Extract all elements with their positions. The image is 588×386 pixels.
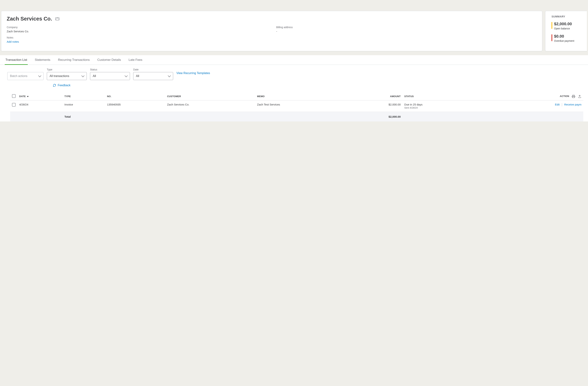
cell-memo: Zach Test Services bbox=[255, 100, 348, 112]
cell-amount: $2,000.00 bbox=[348, 100, 402, 112]
tab-transaction-list[interactable]: Transaction List bbox=[5, 55, 28, 65]
cell-date: 4/28/24 bbox=[18, 100, 63, 112]
tab-statements[interactable]: Statements bbox=[34, 55, 51, 65]
col-memo[interactable]: MEMO bbox=[255, 92, 348, 100]
open-balance-bar bbox=[551, 22, 552, 29]
chevron-down-icon bbox=[168, 74, 171, 77]
batch-actions-label: Batch actions bbox=[10, 74, 27, 78]
tab-customer-details[interactable]: Customer Details bbox=[97, 55, 122, 65]
row-checkbox[interactable] bbox=[12, 103, 16, 107]
company-label: Company bbox=[7, 26, 267, 29]
total-row: Total $2,000.00 bbox=[10, 112, 583, 122]
tabs: Transaction List Statements Recurring Tr… bbox=[0, 55, 588, 65]
mail-icon[interactable] bbox=[55, 18, 59, 20]
select-all-checkbox[interactable] bbox=[12, 94, 16, 98]
status-filter-select[interactable]: All bbox=[90, 72, 130, 80]
billing-label: Billing address bbox=[276, 26, 537, 29]
overdue-label: Overdue payment bbox=[554, 39, 583, 42]
table-row[interactable]: 4/28/24 Invoice 135940935 Zach Services … bbox=[10, 100, 583, 112]
col-no[interactable]: NO. bbox=[105, 92, 165, 100]
receive-payment-link[interactable]: Receive paym bbox=[564, 103, 582, 106]
total-amount: $2,000.00 bbox=[348, 112, 402, 122]
customer-card: Zach Services Co. Company Zach Services … bbox=[1, 11, 542, 51]
tab-recurring[interactable]: Recurring Transactions bbox=[57, 55, 90, 65]
overdue-item: $0.00 Overdue payment bbox=[551, 34, 583, 42]
export-icon[interactable] bbox=[578, 95, 582, 98]
cell-action: Edit Receive paym bbox=[478, 100, 583, 112]
notes-label: Notes bbox=[7, 36, 267, 39]
summary-card: SUMMARY $2,000.00 Open balance $0.00 Ove… bbox=[545, 11, 587, 51]
status-filter-value: All bbox=[93, 74, 96, 78]
print-icon[interactable] bbox=[572, 95, 575, 98]
type-filter-select[interactable]: All transactions bbox=[47, 72, 87, 80]
add-notes-link[interactable]: Add notes bbox=[7, 40, 267, 43]
total-label: Total bbox=[63, 112, 105, 122]
type-filter-value: All transactions bbox=[50, 74, 69, 78]
edit-link[interactable]: Edit bbox=[555, 103, 560, 106]
overdue-bar bbox=[551, 34, 552, 41]
status-filter-label: Status bbox=[90, 68, 130, 71]
company-value: Zach Services Co. bbox=[7, 30, 267, 33]
summary-title: SUMMARY bbox=[551, 15, 583, 18]
open-balance-amount: $2,000.00 bbox=[554, 21, 583, 26]
action-divider bbox=[562, 103, 562, 107]
chevron-down-icon bbox=[38, 74, 41, 77]
view-recurring-link[interactable]: View Recurring Templates bbox=[176, 71, 210, 77]
date-filter-label: Date bbox=[133, 68, 173, 71]
customer-title: Zach Services Co. bbox=[7, 16, 52, 22]
transactions-table: DATE TYPE NO. CUSTOMER MEMO AMOUNT STATU… bbox=[10, 92, 583, 122]
col-customer[interactable]: CUSTOMER bbox=[165, 92, 255, 100]
open-balance-label: Open balance bbox=[554, 27, 583, 30]
open-balance-item: $2,000.00 Open balance bbox=[551, 21, 583, 30]
svg-rect-1 bbox=[573, 96, 574, 98]
col-date[interactable]: DATE bbox=[18, 92, 63, 100]
col-status[interactable]: STATUS bbox=[402, 92, 478, 100]
cell-status: Due in 25 days Sent 4/28/24 bbox=[402, 100, 478, 112]
feedback-link[interactable]: Feedback bbox=[58, 84, 70, 87]
date-filter-select[interactable]: All bbox=[133, 72, 173, 80]
col-action: ACTION bbox=[478, 92, 583, 100]
overdue-amount: $0.00 bbox=[554, 34, 583, 39]
tab-late-fees[interactable]: Late Fees bbox=[128, 55, 143, 65]
sort-desc-icon bbox=[27, 96, 29, 97]
batch-actions-select[interactable]: Batch actions bbox=[7, 72, 43, 80]
feedback-icon bbox=[53, 84, 56, 87]
cell-type: Invoice bbox=[63, 100, 105, 112]
chevron-down-icon bbox=[125, 74, 128, 77]
type-filter-label: Type bbox=[47, 68, 87, 71]
chevron-down-icon bbox=[82, 74, 84, 77]
date-filter-value: All bbox=[136, 74, 139, 78]
billing-value: - bbox=[276, 30, 537, 33]
col-amount[interactable]: AMOUNT bbox=[348, 92, 402, 100]
cell-no: 135940935 bbox=[105, 100, 165, 112]
col-type[interactable]: TYPE bbox=[63, 92, 105, 100]
cell-customer: Zach Services Co. bbox=[165, 100, 255, 112]
